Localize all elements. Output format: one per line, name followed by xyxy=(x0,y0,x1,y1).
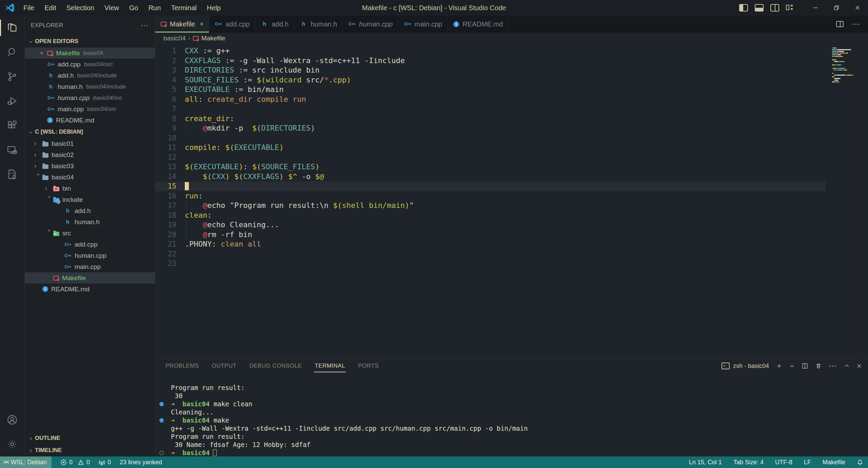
panel-tab-output[interactable]: OUTPUT xyxy=(211,360,237,372)
menu-view[interactable]: View xyxy=(100,3,123,13)
cursor-position[interactable]: Ln 15, Col 1 xyxy=(689,459,722,466)
code-line-16[interactable]: 16run: xyxy=(155,191,826,201)
tree-item-main.cpp[interactable]: main.cpp xyxy=(25,261,155,272)
open-editor-item[interactable]: README.md xyxy=(25,115,155,126)
panel-tab-debug-console[interactable]: DEBUG CONSOLE xyxy=(249,360,302,372)
tab-makefile[interactable]: Makefile× xyxy=(155,16,209,33)
toggle-sidebar-icon[interactable] xyxy=(739,4,748,12)
code-line-20[interactable]: 20 @rm -rf bin xyxy=(155,230,826,240)
code-line-5[interactable]: 5EXECUTABLE := bin/main xyxy=(155,85,826,95)
tab-human.cpp[interactable]: human.cpp xyxy=(343,16,398,33)
code-line-12[interactable]: 12 xyxy=(155,153,826,162)
breadcrumb-item[interactable]: Makefile xyxy=(201,35,225,42)
open-editors-section-header[interactable]: › OPEN EDITORS xyxy=(25,35,155,47)
toggle-panel-icon[interactable] xyxy=(755,4,764,12)
settings-gear-icon[interactable] xyxy=(0,432,25,456)
tab-add.cpp[interactable]: add.cpp xyxy=(209,16,255,33)
tree-item-basic03[interactable]: ›basic03 xyxy=(25,160,155,172)
command-success-decoration[interactable] xyxy=(159,418,164,423)
code-line-23[interactable]: 23 xyxy=(155,259,826,269)
menu-edit[interactable]: Edit xyxy=(40,3,60,13)
open-editor-item[interactable]: ×Makefilebasic04 xyxy=(25,47,155,59)
code-line-6[interactable]: 6all: create_dir compile run xyxy=(155,95,826,104)
explorer-more-actions-icon[interactable]: ⋯ xyxy=(141,21,149,30)
toggle-secondary-sidebar-icon[interactable] xyxy=(770,4,779,12)
tab-readme.md[interactable]: README.md xyxy=(448,16,509,33)
makefile-tools-icon[interactable]: C++ xyxy=(0,162,25,187)
close-icon[interactable]: × xyxy=(38,50,45,57)
tree-item-makefile[interactable]: Makefile xyxy=(25,272,155,284)
remote-explorer-icon[interactable] xyxy=(0,138,25,162)
panel-tab-problems[interactable]: PROBLEMS xyxy=(165,360,199,372)
maximize-panel-icon[interactable] xyxy=(844,363,850,369)
code-line-9[interactable]: 9 @mkdir -p $(DIRECTORIES) xyxy=(155,123,826,133)
menu-selection[interactable]: Selection xyxy=(62,3,99,13)
customize-layout-icon[interactable] xyxy=(786,4,795,12)
panel-tab-ports[interactable]: PORTS xyxy=(357,360,379,372)
tree-item-human.cpp[interactable]: human.cpp xyxy=(25,250,155,261)
command-success-decoration[interactable] xyxy=(159,402,164,406)
terminal-instance-chip[interactable]: >_ zsh - basic04 xyxy=(722,363,769,370)
tree-item-basic02[interactable]: ›basic02 xyxy=(25,149,155,160)
breadcrumb-item[interactable]: basic04 xyxy=(163,35,186,42)
tab-main.cpp[interactable]: main.cpp xyxy=(398,16,448,33)
timeline-section-header[interactable]: › TIMELINE xyxy=(25,444,155,456)
open-editor-item[interactable]: add.hbasic04/include xyxy=(25,70,155,81)
tree-item-basic04[interactable]: ›basic04 xyxy=(25,172,155,183)
code-line-3[interactable]: 3DIRECTORIES := src include bin xyxy=(155,65,826,75)
restore-button[interactable] xyxy=(826,0,847,16)
accounts-icon[interactable] xyxy=(0,408,25,432)
code-line-21[interactable]: 21.PHONY: clean all xyxy=(155,239,826,249)
code-line-4[interactable]: 4SOURCE_FILES := $(wildcard src/*.cpp) xyxy=(155,75,826,85)
tab-add.h[interactable]: add.h xyxy=(255,16,294,33)
split-terminal-icon[interactable] xyxy=(802,363,808,369)
minimize-button[interactable] xyxy=(805,0,826,16)
code-line-17[interactable]: 17 @echo "Program run result:\n $(shell … xyxy=(155,201,826,211)
terminal-dropdown-chevron-icon[interactable] xyxy=(789,363,795,369)
code-line-14[interactable]: 14 $(CXX) $(CXXFLAGS) $^ -o $@ xyxy=(155,172,826,182)
workspace-section-header[interactable]: › C [WSL: DEBIAN] xyxy=(25,126,155,138)
notifications-bell-icon[interactable] xyxy=(857,459,863,466)
menu-go[interactable]: Go xyxy=(125,3,143,13)
minimap[interactable] xyxy=(826,44,863,358)
code-line-8[interactable]: 8create_dir: xyxy=(155,114,826,124)
code-line-10[interactable]: 10 xyxy=(155,133,826,143)
language-mode[interactable]: Makefile xyxy=(823,459,845,466)
kill-terminal-trash-icon[interactable] xyxy=(815,363,822,369)
editor-scrollbar[interactable] xyxy=(863,44,868,358)
tab-human.h[interactable]: human.h xyxy=(294,16,343,33)
panel-tab-terminal[interactable]: TERMINAL xyxy=(314,360,346,372)
code-line-11[interactable]: 11compile: $(EXECUTABLE) xyxy=(155,143,826,153)
menu-help[interactable]: Help xyxy=(202,3,225,13)
code-line-15[interactable]: 15 xyxy=(155,181,826,191)
source-control-icon[interactable] xyxy=(0,64,25,89)
tree-item-src[interactable]: ›src xyxy=(25,228,155,239)
code-line-7[interactable]: 7 xyxy=(155,104,826,114)
editor-more-actions-icon[interactable]: ⋯ xyxy=(852,19,861,29)
command-pending-decoration[interactable] xyxy=(159,451,164,455)
open-editor-item[interactable]: human.hbasic04/include xyxy=(25,81,155,92)
menu-file[interactable]: File xyxy=(19,3,39,13)
code-line-13[interactable]: 13$(EXECUTABLE): $(SOURCE_FILES) xyxy=(155,162,826,172)
close-icon[interactable]: × xyxy=(200,21,203,28)
open-editor-item[interactable]: human.cppbasic04/src xyxy=(25,92,155,103)
tree-item-basic01[interactable]: ›basic01 xyxy=(25,138,155,149)
tree-item-include[interactable]: ›include xyxy=(25,194,155,205)
run-debug-icon[interactable] xyxy=(0,89,25,113)
code-line-22[interactable]: 22 xyxy=(155,249,826,259)
code-line-1[interactable]: 1CXX := g++ xyxy=(155,46,826,56)
close-button[interactable] xyxy=(847,0,868,16)
remote-indicator[interactable]: >< WSL: Debian xyxy=(0,456,52,468)
tree-item-human.h[interactable]: human.h xyxy=(25,216,155,228)
ports-indicator[interactable]: 0 xyxy=(99,459,111,466)
close-panel-icon[interactable] xyxy=(856,363,862,369)
tree-item-readme.md[interactable]: README.md xyxy=(25,284,155,295)
open-editor-item[interactable]: add.cppbasic04/src xyxy=(25,59,155,70)
outline-section-header[interactable]: › OUTLINE xyxy=(25,432,155,444)
menu-run[interactable]: Run xyxy=(144,3,165,13)
tree-item-add.cpp[interactable]: add.cpp xyxy=(25,239,155,250)
encoding[interactable]: UTF-8 xyxy=(775,459,792,466)
explorer-icon[interactable] xyxy=(0,16,25,40)
code-editor[interactable]: 1CXX := g++2CXXFLAGS := -g -Wall -Wextra… xyxy=(155,44,826,358)
code-line-2[interactable]: 2CXXFLAGS := -g -Wall -Wextra -std=c++11… xyxy=(155,56,826,66)
